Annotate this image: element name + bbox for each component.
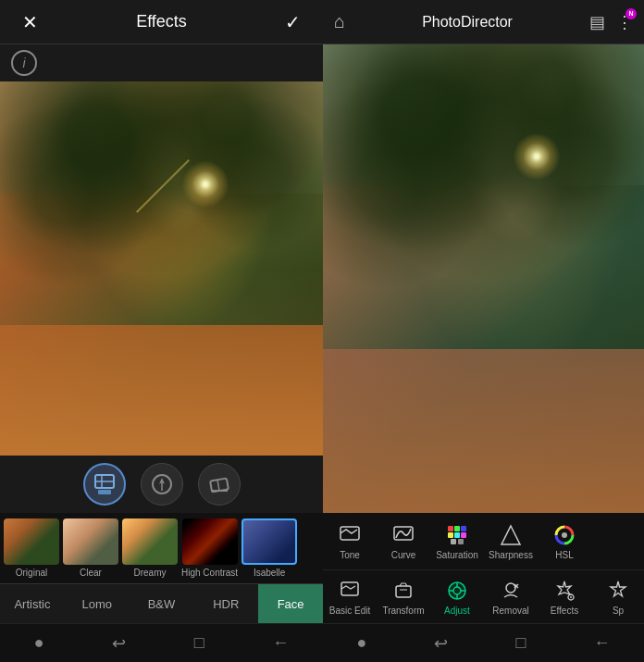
svg-rect-16: [461, 532, 466, 538]
pen-tool-button[interactable]: [141, 463, 183, 506]
dot-nav-r[interactable]: ●: [357, 633, 367, 653]
back-arrow-nav-r[interactable]: ↩: [434, 633, 448, 654]
action-sp[interactable]: Sp: [591, 574, 644, 619]
category-tabs: Artistic Lomo B&W HDR Face: [0, 583, 323, 623]
svg-rect-15: [454, 532, 460, 538]
filter-thumb-original: [4, 518, 59, 565]
hsl-icon: [551, 522, 577, 548]
right-bottom-nav: ● ↩ □ ←: [323, 623, 644, 662]
tone-icon: [337, 522, 363, 548]
left-panel: ✕ Effects ✓ i: [0, 0, 323, 662]
svg-marker-19: [502, 526, 520, 544]
tab-hdr[interactable]: HDR: [193, 584, 258, 623]
tool-curve-label: Curve: [391, 550, 416, 560]
action-removal-label: Removal: [492, 606, 528, 616]
svg-line-8: [217, 480, 218, 491]
square-nav-r[interactable]: □: [516, 633, 526, 653]
home-button[interactable]: ⌂: [334, 11, 345, 32]
transform-icon: [390, 578, 416, 604]
info-button[interactable]: i: [11, 50, 37, 76]
svg-rect-3: [98, 490, 111, 494]
svg-rect-23: [396, 586, 411, 597]
filter-thumb-dreamy: [122, 518, 178, 565]
tool-bottom-panel: Tone Curve: [323, 513, 644, 662]
tool-curve[interactable]: Curve: [377, 517, 430, 566]
filter-original[interactable]: Original: [4, 518, 59, 578]
brush-tool-button[interactable]: [83, 463, 126, 506]
filter-clear[interactable]: Clear: [63, 518, 118, 578]
action-effects-label: Effects: [551, 606, 578, 616]
right-header: ⌂ PhotoDirector ▤ ⋮ N: [323, 0, 644, 44]
curve-icon: [390, 522, 416, 548]
tab-lomo[interactable]: Lomo: [65, 584, 130, 623]
filter-label-clear: Clear: [80, 568, 102, 578]
tool-hsl[interactable]: HSL: [538, 517, 591, 566]
left-image: [0, 81, 323, 456]
notification-badge: N: [625, 8, 637, 19]
home-nav-r[interactable]: ←: [593, 633, 610, 653]
tool-sharpness-label: Sharpness: [489, 550, 533, 560]
tab-bw[interactable]: B&W: [130, 584, 194, 623]
left-title: Effects: [136, 12, 187, 31]
filter-dreamy[interactable]: Dreamy: [122, 518, 178, 578]
tool-tone[interactable]: Tone: [323, 517, 377, 566]
left-header: ✕ Effects ✓: [0, 0, 323, 44]
tool-saturation[interactable]: Saturation: [430, 517, 484, 566]
svg-rect-9: [341, 527, 359, 540]
tool-saturation-label: Saturation: [436, 550, 478, 560]
sharpness-icon: [498, 522, 524, 548]
filter-strip: Original Clear Dreamy High Contrast Isab…: [0, 513, 323, 583]
action-removal[interactable]: Removal: [484, 574, 538, 619]
svg-rect-18: [458, 539, 464, 544]
actions-row: Basic Edit Transform: [323, 570, 644, 623]
saturation-icon: [444, 522, 470, 548]
filter-isabelle[interactable]: Isabelle: [242, 518, 297, 578]
filter-label-highcontrast: High Contrast: [181, 568, 238, 578]
svg-point-32: [506, 583, 515, 593]
tab-face[interactable]: Face: [258, 584, 323, 623]
svg-rect-12: [454, 526, 460, 531]
action-basic-edit[interactable]: Basic Edit: [323, 574, 377, 619]
menu-icon[interactable]: ⋮ N: [616, 12, 633, 32]
info-row: i: [0, 44, 323, 81]
filter-thumb-clear: [63, 518, 118, 565]
square-nav[interactable]: □: [194, 633, 204, 653]
svg-rect-11: [448, 526, 453, 531]
basic-edit-icon: [337, 578, 363, 604]
header-icons: ▤ ⋮ N: [589, 12, 633, 32]
action-adjust-label: Adjust: [444, 606, 470, 616]
sp-icon: [605, 578, 631, 604]
svg-rect-14: [448, 532, 453, 538]
tools-row: Tone Curve: [323, 513, 644, 570]
action-transform[interactable]: Transform: [377, 574, 430, 619]
filter-thumb-isabelle: [242, 518, 297, 565]
tool-sharpness[interactable]: Sharpness: [484, 517, 538, 566]
action-transform-label: Transform: [382, 606, 424, 616]
back-arrow-nav[interactable]: ↩: [112, 633, 126, 654]
action-adjust[interactable]: Adjust: [430, 574, 484, 619]
svg-point-36: [570, 596, 572, 598]
home-nav[interactable]: ←: [272, 633, 289, 653]
right-image: [323, 44, 644, 513]
filter-high-contrast[interactable]: High Contrast: [181, 518, 238, 578]
confirm-button[interactable]: ✓: [279, 11, 308, 33]
tab-artistic[interactable]: Artistic: [0, 584, 65, 623]
filter-thumb-highcontrast: [182, 518, 238, 565]
action-sp-label: Sp: [613, 606, 624, 616]
action-effects[interactable]: Effects: [538, 574, 591, 619]
svg-rect-13: [461, 526, 466, 531]
left-bottom-nav: ● ↩ □ ←: [0, 623, 323, 662]
tool-hsl-label: HSL: [555, 550, 573, 560]
action-basic-edit-label: Basic Edit: [329, 606, 370, 616]
album-icon[interactable]: ▤: [589, 12, 605, 32]
eraser-tool-button[interactable]: [198, 463, 241, 506]
tool-icons-row: [0, 456, 323, 513]
close-button[interactable]: ✕: [15, 11, 44, 33]
svg-point-21: [562, 532, 567, 538]
adjust-icon: [444, 578, 470, 604]
tool-tone-label: Tone: [340, 550, 360, 560]
app-title: PhotoDirector: [422, 14, 513, 31]
filter-label-original: Original: [16, 568, 47, 578]
right-panel: ⌂ PhotoDirector ▤ ⋮ N: [323, 0, 644, 662]
dot-nav[interactable]: ●: [34, 633, 44, 653]
